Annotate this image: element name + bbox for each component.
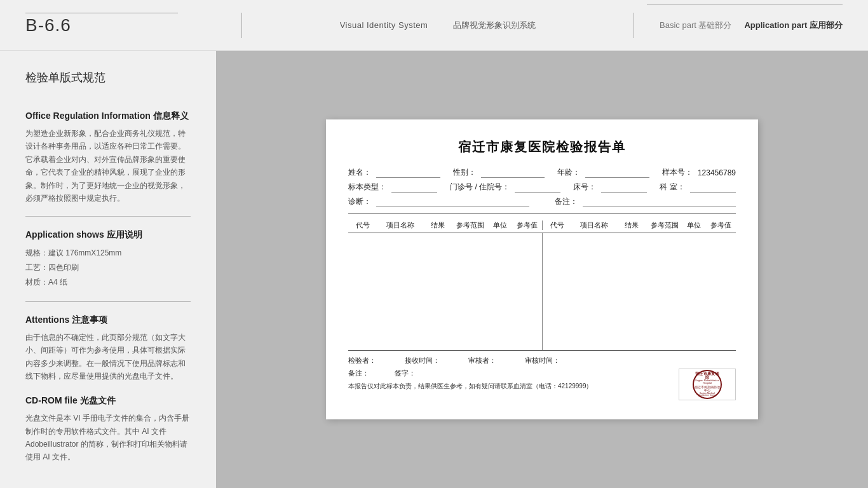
- age-label: 年龄：: [557, 167, 580, 178]
- table-right: [543, 233, 736, 350]
- cdrom-heading: CD-ROM file 光盘文件: [25, 395, 191, 407]
- gender-value: [481, 168, 545, 178]
- sample-type-label: 标本类型：: [348, 182, 386, 193]
- content-area: 宿迁市康复医院检验报告单 姓名： 性别： 年龄： 样本号： 123456789 …: [216, 51, 868, 488]
- vis-title-cn: 品牌视觉形象识别系统: [453, 20, 536, 31]
- footer-left: 备注： 签字： 本报告仅对此标本负责，结果供医生参考，如有疑问请联系血清室（电话…: [348, 369, 593, 391]
- col-name-2: 项目名称: [572, 220, 616, 230]
- col-result-1: 结果: [423, 220, 452, 230]
- col-ref-val-2: 参考值: [706, 220, 736, 230]
- disclaimer: 本报告仅对此标本负责，结果供医生参考，如有疑问请联系血清室（电话：4212999…: [348, 382, 593, 391]
- app-shows-item-1: 规格：建议 176mmX125mm: [25, 246, 191, 261]
- header-top-divider: [25, 13, 178, 13]
- vis-title-en: Visual Identity System: [340, 20, 428, 30]
- header-left: B-6.6: [25, 15, 229, 36]
- col-name-1: 项目名称: [378, 220, 423, 230]
- report-title: 宿迁市康复医院检验报告单: [348, 139, 736, 156]
- remarks-value: [583, 197, 736, 207]
- col-unit-2: 单位: [682, 220, 706, 230]
- clinic-value: [515, 182, 560, 193]
- logo-line4: Sugian Medical Quarantine Center: [694, 393, 721, 398]
- report-divider-1: [348, 214, 736, 214]
- diagnosis-value: [376, 197, 529, 207]
- app-part-label: Application part 应用部分: [744, 20, 843, 31]
- name-label: 姓名：: [348, 167, 371, 178]
- app-shows-item-3: 材质：A4 纸: [25, 275, 191, 290]
- header: B-6.6 Visual Identity System 品牌视觉形象识别系统 …: [0, 0, 868, 51]
- logo-circle: 宿迁市康复医院 Sugian Rehabilitation Hospital 宿…: [693, 370, 722, 399]
- cdrom-body: 光盘文件是本 VI 手册电子文件的集合，内含手册制作时的专用软件格式文件。其中 …: [25, 412, 191, 464]
- col-code-2: 代号: [543, 220, 573, 230]
- section-title: 检验单版式规范: [25, 70, 191, 92]
- page-code: B-6.6: [25, 15, 229, 36]
- attentions-heading: Attentions 注意事项: [25, 315, 191, 326]
- col-code-1: 代号: [348, 220, 378, 230]
- header-right: Basic part 基础部分 Application part 应用部分: [647, 20, 843, 31]
- logo-inner-text: 宿迁市康复医院 Sugian Rehabilitation Hospital 宿…: [694, 372, 721, 397]
- logo-line2: Sugian Rehabilitation Hospital: [694, 379, 721, 385]
- divider-1: [25, 216, 191, 217]
- info-row-3: 诊断： 备注：: [348, 196, 736, 207]
- main-content: 检验单版式规范 Office Regulation Information 信息…: [0, 51, 868, 488]
- col-ref-range-1: 参考范围: [452, 220, 488, 230]
- basic-part-label: Basic part 基础部分: [660, 20, 731, 31]
- bed-value: [601, 182, 647, 193]
- footer-bottom: 备注： 签字： 本报告仅对此标本负责，结果供医生参考，如有疑问请联系血清室（电话…: [348, 369, 736, 400]
- review-time-label: 审核时间：: [525, 356, 560, 365]
- bed-label: 床号：: [573, 182, 596, 193]
- table-header: 代号 项目名称 结果 参考范围 单位 参考值 代号 项目名称 结果 参考范围 单…: [348, 220, 736, 233]
- diagnosis-label: 诊断：: [348, 196, 371, 207]
- office-body: 为塑造企业新形象，配合企业商务礼仪规范，特设计各种事务用品，以适应各种日常工作需…: [25, 127, 191, 205]
- notes-label: 备注：: [348, 369, 369, 378]
- dept-label: 科 室：: [660, 182, 684, 193]
- clinic-label: 门诊号 / 住院号：: [450, 182, 510, 193]
- inspector-label: 检验者：: [348, 356, 376, 365]
- dept-value: [690, 182, 736, 193]
- app-shows-item-2: 工艺：四色印刷: [25, 261, 191, 275]
- footer-row-2: 备注： 签字：: [348, 369, 593, 378]
- col-unit-1: 单位: [488, 220, 512, 230]
- sample-type-value: [391, 182, 437, 193]
- signature-label: 签字：: [395, 369, 416, 378]
- app-shows-list: 规格：建议 176mmX125mm 工艺：四色印刷 材质：A4 纸: [25, 246, 191, 289]
- reviewer-label: 审核者：: [468, 356, 496, 365]
- divider-2: [25, 301, 191, 302]
- report-card: 宿迁市康复医院检验报告单 姓名： 性别： 年龄： 样本号： 123456789 …: [326, 119, 758, 419]
- col-ref-range-2: 参考范围: [646, 220, 682, 230]
- info-row-1: 姓名： 性别： 年龄： 样本号： 123456789: [348, 167, 736, 178]
- app-shows-heading: Application shows 应用说明: [25, 229, 191, 241]
- table-body: [348, 233, 736, 351]
- col-result-2: 结果: [617, 220, 647, 230]
- remarks-label: 备注：: [555, 196, 578, 207]
- footer-row-1: 检验者： 接收时间： 审核者： 审核时间：: [348, 356, 736, 365]
- receive-time-label: 接收时间：: [405, 356, 440, 365]
- age-value: [585, 168, 649, 178]
- sidebar: 检验单版式规范 Office Regulation Information 信息…: [0, 51, 216, 488]
- office-heading: Office Regulation Information 信息释义: [25, 111, 191, 122]
- report-logo: 宿迁市康复医院 Sugian Rehabilitation Hospital 宿…: [679, 369, 736, 400]
- gender-label: 性别：: [453, 167, 476, 178]
- attentions-body: 由于信息的不确定性，此页部分规范（如文字大小、间距等）可作为参考使用，具体可根据…: [25, 331, 191, 383]
- col-ref-val-1: 参考值: [512, 220, 543, 230]
- header-center: Visual Identity System 品牌视觉形象识别系统: [241, 13, 634, 38]
- info-row-2: 标本类型： 门诊号 / 住院号： 床号： 科 室：: [348, 182, 736, 193]
- table-left: [348, 233, 543, 350]
- report-footer: 检验者： 接收时间： 审核者： 审核时间： 备注： 签字： 本报告仅对此标本负责…: [348, 351, 736, 400]
- sample-no-value: 123456789: [698, 168, 736, 177]
- name-value: [376, 168, 440, 178]
- sample-no-label: 样本号：: [662, 167, 693, 178]
